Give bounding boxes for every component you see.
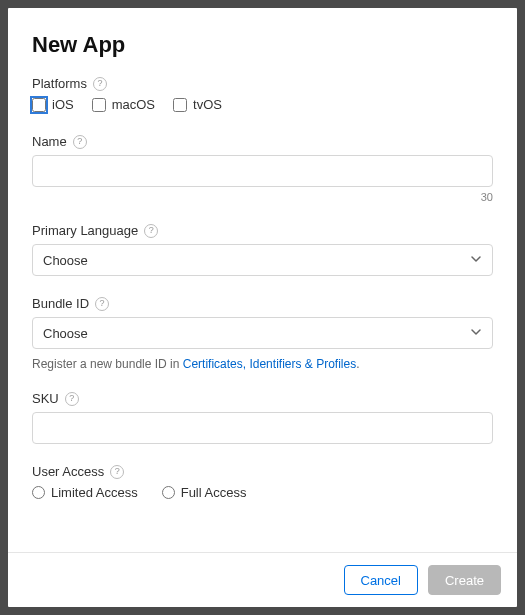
name-input[interactable]: [32, 155, 493, 187]
radio-label: Limited Access: [51, 485, 138, 500]
name-char-counter: 30: [32, 191, 493, 203]
sku-label: SKU ?: [32, 391, 493, 406]
platform-checkbox-ios[interactable]: iOS: [32, 97, 74, 112]
name-label-text: Name: [32, 134, 67, 149]
radio-input[interactable]: [32, 486, 45, 499]
dialog-footer: Cancel Create: [8, 552, 517, 607]
sku-input[interactable]: [32, 412, 493, 444]
help-icon[interactable]: ?: [110, 465, 124, 479]
hint-text: Register a new bundle ID in: [32, 357, 183, 371]
user-access-full[interactable]: Full Access: [162, 485, 247, 500]
user-access-options: Limited Access Full Access: [32, 485, 493, 500]
create-button[interactable]: Create: [428, 565, 501, 595]
user-access-limited[interactable]: Limited Access: [32, 485, 138, 500]
chevron-down-icon: [470, 253, 482, 268]
platforms-label: Platforms ?: [32, 76, 493, 91]
dialog-title: New App: [32, 32, 493, 58]
primary-language-label-text: Primary Language: [32, 223, 138, 238]
select-value: Choose: [43, 253, 88, 268]
checkbox-label: tvOS: [193, 97, 222, 112]
bundle-id-label-text: Bundle ID: [32, 296, 89, 311]
certificates-link[interactable]: Certificates, Identifiers & Profiles: [183, 357, 356, 371]
platforms-label-text: Platforms: [32, 76, 87, 91]
help-icon[interactable]: ?: [95, 297, 109, 311]
bundle-id-select[interactable]: Choose: [32, 317, 493, 349]
platform-checkbox-tvos[interactable]: tvOS: [173, 97, 222, 112]
help-icon[interactable]: ?: [65, 392, 79, 406]
new-app-dialog: New App Platforms ? iOS macOS: [8, 8, 517, 607]
sku-label-text: SKU: [32, 391, 59, 406]
select-value: Choose: [43, 326, 88, 341]
checkbox-label: macOS: [112, 97, 155, 112]
platform-checkbox-macos[interactable]: macOS: [92, 97, 155, 112]
checkbox-label: iOS: [52, 97, 74, 112]
platforms-options: iOS macOS tvOS: [32, 97, 493, 112]
bundle-id-label: Bundle ID ?: [32, 296, 493, 311]
primary-language-select[interactable]: Choose: [32, 244, 493, 276]
hint-suffix: .: [356, 357, 359, 371]
cancel-button[interactable]: Cancel: [344, 565, 418, 595]
primary-language-label: Primary Language ?: [32, 223, 493, 238]
checkbox-input[interactable]: [173, 98, 187, 112]
chevron-down-icon: [470, 326, 482, 341]
checkbox-input[interactable]: [92, 98, 106, 112]
checkbox-input[interactable]: [32, 98, 46, 112]
bundle-id-hint: Register a new bundle ID in Certificates…: [32, 357, 493, 371]
help-icon[interactable]: ?: [93, 77, 107, 91]
user-access-label-text: User Access: [32, 464, 104, 479]
radio-label: Full Access: [181, 485, 247, 500]
help-icon[interactable]: ?: [144, 224, 158, 238]
user-access-label: User Access ?: [32, 464, 493, 479]
name-label: Name ?: [32, 134, 493, 149]
radio-input[interactable]: [162, 486, 175, 499]
help-icon[interactable]: ?: [73, 135, 87, 149]
